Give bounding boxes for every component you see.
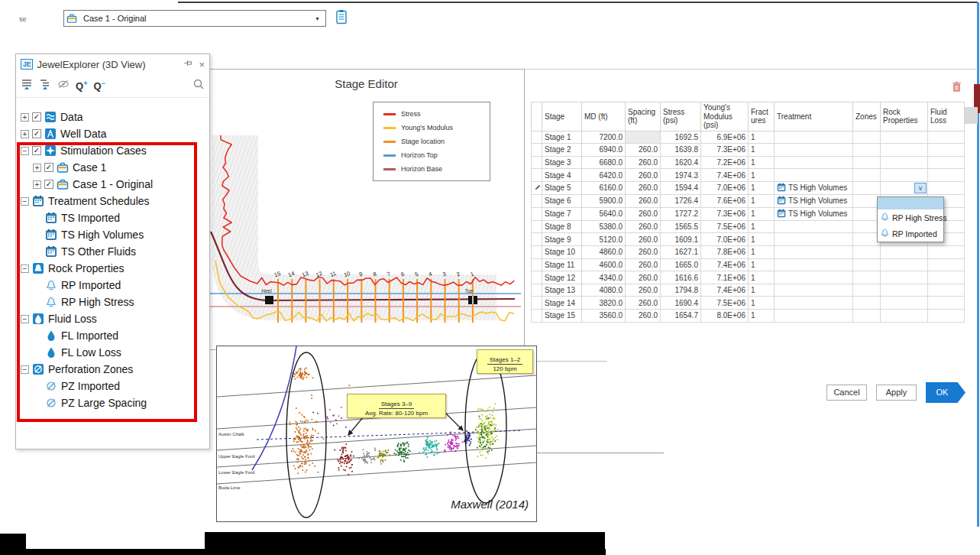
zones-cell[interactable]: [853, 181, 881, 194]
expander-icon[interactable]: +: [33, 180, 41, 189]
expander-icon[interactable]: −: [21, 197, 29, 206]
zones-cell[interactable]: [853, 144, 881, 157]
zones-cell[interactable]: [853, 284, 881, 297]
apply-button[interactable]: Apply: [876, 385, 917, 401]
delete-icon[interactable]: [951, 81, 962, 96]
tree-item-ts-imported[interactable]: TS Imported: [16, 209, 209, 226]
zones-cell[interactable]: [853, 131, 881, 144]
fluid-loss-cell[interactable]: [928, 284, 965, 297]
stage-cell[interactable]: Stage 9: [542, 233, 582, 246]
table-row[interactable]: Stage 153560.0260.01654.78.0E+061: [532, 310, 965, 323]
stage-cell[interactable]: Stage 14: [542, 297, 582, 310]
dropdown-arrow-icon[interactable]: ▼: [315, 16, 320, 21]
md-cell[interactable]: 4080.0: [582, 284, 626, 297]
checkbox[interactable]: ✓: [44, 180, 53, 189]
expander-icon[interactable]: −: [21, 365, 29, 374]
tree-item-rp-imported[interactable]: RP Imported: [16, 277, 209, 294]
youngs-modulus-cell[interactable]: 7.8E+06: [701, 246, 749, 259]
fluid-loss-cell[interactable]: [928, 181, 965, 194]
expander-icon[interactable]: +: [21, 130, 29, 138]
treatment-cell[interactable]: [775, 271, 853, 284]
md-cell[interactable]: 6160.0: [582, 181, 626, 194]
stage-cell[interactable]: Stage 5: [542, 181, 582, 194]
zones-cell[interactable]: [853, 271, 881, 284]
table-row[interactable]: Stage 104860.0260.01627.17.8E+061: [532, 246, 965, 259]
fractures-cell[interactable]: 1: [749, 246, 775, 259]
column-header[interactable]: Zones: [853, 102, 881, 131]
youngs-modulus-cell[interactable]: 7.5E+06: [701, 220, 749, 233]
fluid-loss-cell[interactable]: [928, 271, 965, 284]
tree-item-perforation-zones[interactable]: −Perforation Zones: [16, 361, 209, 378]
search-icon[interactable]: [192, 78, 205, 93]
case-selector[interactable]: Case 1 - Original ▼: [63, 10, 326, 27]
rock-properties-cell[interactable]: [881, 246, 928, 259]
tree-item-treatment-schedules[interactable]: −Treatment Schedules: [16, 193, 209, 209]
stress-cell[interactable]: 1609.1: [661, 233, 701, 246]
zones-cell[interactable]: [853, 156, 881, 169]
stage-cell[interactable]: Stage 3: [542, 156, 582, 169]
table-row[interactable]: Stage 26940.0260.01639.87.3E+061: [532, 144, 965, 157]
stage-cell[interactable]: Stage 13: [542, 284, 582, 297]
stress-cell[interactable]: 1692.5: [661, 131, 701, 144]
stage-cell[interactable]: Stage 6: [542, 194, 582, 207]
tree-item-fl-imported[interactable]: FL Imported: [16, 327, 209, 344]
column-header[interactable]: Fractures: [749, 102, 775, 131]
tree-item-case-1[interactable]: +✓Case 1: [16, 159, 209, 176]
stress-cell[interactable]: 1594.4: [661, 181, 701, 194]
spacing-cell[interactable]: 260.0: [626, 144, 661, 157]
spacing-cell[interactable]: 260.0: [626, 233, 661, 246]
md-cell[interactable]: 4600.0: [582, 258, 626, 271]
checkbox[interactable]: ✓: [32, 112, 41, 122]
cancel-button[interactable]: Cancel: [826, 385, 867, 401]
fractures-cell[interactable]: 1: [749, 194, 775, 207]
stress-cell[interactable]: 1565.5: [661, 220, 701, 233]
column-header[interactable]: [532, 102, 542, 131]
treatment-cell[interactable]: [775, 220, 853, 233]
table-row[interactable]: Stage 56160.0260.01594.47.0E+061TS High …: [532, 181, 965, 194]
md-cell[interactable]: 7200.0: [582, 131, 626, 144]
dropdown-option[interactable]: RP Imported: [878, 226, 943, 242]
treatment-cell[interactable]: [775, 144, 853, 157]
checkbox[interactable]: ✓: [32, 129, 41, 138]
youngs-modulus-cell[interactable]: 7.0E+06: [701, 181, 749, 194]
close-icon[interactable]: ×: [199, 59, 205, 70]
dropdown-empty-option[interactable]: [878, 197, 943, 209]
expander-icon[interactable]: +: [21, 113, 29, 122]
treatment-cell[interactable]: [775, 131, 853, 144]
youngs-modulus-cell[interactable]: 7.0E+06: [701, 233, 749, 246]
tree-item-pz-large-spacing[interactable]: PZ Large Spacing: [16, 394, 209, 411]
stress-cell[interactable]: 1690.4: [661, 297, 701, 310]
youngs-modulus-cell[interactable]: 7.2E+06: [701, 156, 749, 169]
treatment-cell[interactable]: [775, 284, 853, 297]
md-cell[interactable]: 3560.0: [582, 310, 626, 323]
rock-properties-cell[interactable]: [881, 271, 928, 284]
md-cell[interactable]: 6680.0: [582, 156, 626, 169]
spacing-cell[interactable]: 260.0: [626, 284, 661, 297]
hide-icon[interactable]: [57, 78, 70, 93]
rock-properties-dropdown-button[interactable]: v: [914, 183, 927, 193]
stress-cell[interactable]: 1665.0: [661, 258, 701, 271]
fractures-cell[interactable]: 1: [749, 169, 775, 182]
rock-properties-cell[interactable]: [881, 310, 928, 323]
stress-cell[interactable]: 1627.1: [661, 246, 701, 259]
checkbox[interactable]: ✓: [32, 146, 41, 155]
rock-properties-cell[interactable]: [881, 156, 928, 169]
tree-item-rock-properties[interactable]: −Rock Properties: [16, 260, 209, 277]
spacing-cell[interactable]: 260.0: [626, 169, 661, 182]
stage-cell[interactable]: Stage 2: [542, 144, 582, 157]
youngs-modulus-cell[interactable]: 7.4E+06: [701, 258, 749, 271]
stress-cell[interactable]: 1726.4: [661, 194, 701, 207]
spacing-cell[interactable]: 260.0: [626, 207, 661, 220]
zoom-in-q-icon[interactable]: Q+: [76, 79, 87, 92]
fluid-loss-cell[interactable]: [928, 310, 965, 323]
tree-item-ts-other-fluids[interactable]: TS Other Fluids: [16, 243, 209, 260]
md-cell[interactable]: 5120.0: [582, 233, 626, 246]
rock-properties-cell[interactable]: [881, 258, 928, 271]
stage-cell[interactable]: Stage 8: [542, 220, 582, 233]
treatment-cell[interactable]: [775, 156, 853, 169]
rock-properties-cell[interactable]: v: [881, 181, 928, 194]
zones-cell[interactable]: [853, 310, 881, 323]
treatment-cell[interactable]: [775, 258, 853, 271]
stress-cell[interactable]: 1654.7: [661, 310, 701, 323]
column-header[interactable]: Stress (psi): [661, 102, 701, 131]
